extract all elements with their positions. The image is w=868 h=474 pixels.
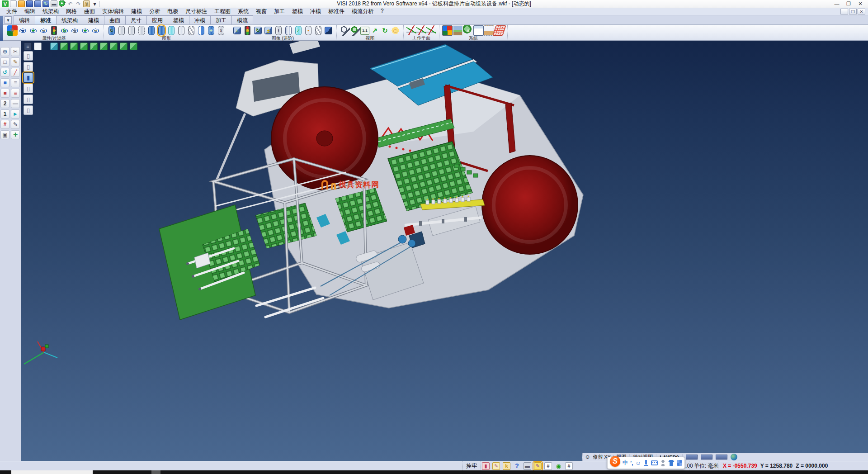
view-cube-3-icon[interactable] [80, 43, 88, 50]
menu-item-3[interactable]: 网格 [62, 8, 80, 15]
mdi-restore-button[interactable]: ❐ [849, 9, 857, 14]
add-shade-icon[interactable]: + [208, 26, 214, 35]
tab-flow[interactable]: 模流 [231, 15, 253, 24]
trim-tool-icon[interactable]: ╱ [11, 68, 20, 77]
scissors-icon[interactable]: ✂ [11, 47, 20, 56]
sogou-logo-icon[interactable]: S [610, 456, 620, 467]
image-settings-icon[interactable] [453, 25, 463, 36]
hide-all-icon[interactable]: − [90, 25, 101, 36]
shade-refresh-icon[interactable]: ↻ [108, 26, 115, 35]
viewport-blank-icon[interactable] [34, 43, 42, 50]
badge-cylinder-icon[interactable]: ▪ [305, 26, 311, 35]
menu-item-6[interactable]: 建模 [127, 8, 146, 15]
grid2-toggle-icon[interactable]: # [565, 462, 573, 470]
ime-skin-icon[interactable] [668, 460, 674, 466]
document-eye-icon[interactable] [18, 25, 28, 36]
striped-cylinder-icon[interactable] [285, 26, 292, 35]
tab-dimension[interactable]: 尺寸 [125, 15, 147, 24]
zoom-select-icon[interactable]: ⊙ [0, 47, 9, 56]
snap-toggle-icon[interactable]: ◉ [555, 462, 562, 470]
view-cube-1-icon[interactable] [60, 43, 68, 50]
ime-punct-icon[interactable]: ’, [630, 460, 633, 466]
lock-toggle[interactable]: 拴牢 [462, 461, 481, 470]
menu-item-12[interactable]: 视窗 [252, 8, 270, 15]
zoom-all-icon[interactable] [350, 25, 360, 36]
globe-icon[interactable] [731, 454, 737, 460]
history-icon[interactable]: ▣ [0, 130, 9, 139]
grid-toggle-icon[interactable]: # [544, 462, 552, 470]
print-icon[interactable]: ▬ [51, 0, 57, 7]
view-cube-cyan-icon[interactable] [50, 43, 58, 50]
hatched-cylinder-icon[interactable] [188, 26, 194, 35]
workplane-align-icon[interactable] [426, 25, 436, 35]
ime-toolbox-icon[interactable] [677, 460, 682, 466]
menu-item-10[interactable]: 工程图 [211, 8, 234, 15]
workplane-xyz-icon[interactable] [406, 25, 416, 35]
restore-button[interactable]: ❐ [843, 0, 854, 8]
notes-icon[interactable]: ✎ [11, 120, 20, 129]
toggle-visibility-icon[interactable]: ± [70, 25, 80, 36]
mixed-display-cylinder-icon[interactable] [198, 26, 204, 35]
view-cube-6-icon[interactable] [110, 43, 118, 50]
ime-emoji-icon[interactable]: ☺ [636, 460, 641, 466]
mdi-minimize-button[interactable]: — [840, 9, 848, 14]
solid-red-cube-icon[interactable]: ■ [0, 89, 9, 98]
stamp-sheet-icon[interactable]: ≡ [11, 89, 20, 98]
flat-cylinder-icon[interactable] [178, 26, 184, 35]
menu-item-9[interactable]: 尺寸标注 [182, 8, 211, 15]
save-icon[interactable] [26, 0, 33, 7]
tab-progress[interactable]: 冲模 [189, 15, 211, 24]
new-file-icon[interactable] [10, 0, 17, 7]
shaded-cylinder-icon[interactable] [148, 26, 155, 35]
menu-item-1[interactable]: 编辑 [21, 8, 39, 15]
ime-lang-icon[interactable]: 中 [623, 459, 628, 467]
tab-surface[interactable]: 曲面 [104, 15, 126, 24]
save-all-icon[interactable]: ↻ [42, 0, 49, 7]
menu-item-15[interactable]: 冲模 [307, 8, 325, 15]
refresh-images-icon[interactable]: ↻ [254, 27, 262, 34]
mdi-close-button[interactable]: ✕ [858, 9, 865, 14]
menu-item-0[interactable]: 文件 [3, 8, 21, 15]
show-all-icon[interactable]: + [80, 25, 90, 36]
menu-item-17[interactable]: 模流分析 [348, 8, 377, 15]
toggle-images-icon[interactable]: ± [264, 27, 272, 34]
line-tool-icon[interactable]: — [11, 99, 20, 108]
menu-item-7[interactable]: 分析 [146, 8, 164, 15]
tab-standard[interactable]: 标准 [35, 15, 57, 24]
toolbar-dropdown-icon[interactable]: ▼ [5, 16, 12, 24]
window-options-icon[interactable] [473, 25, 484, 36]
solid-cube-icon[interactable]: ■ [0, 78, 9, 87]
menu-item-2[interactable]: 线架构 [39, 8, 62, 15]
color-table-icon[interactable] [442, 25, 453, 36]
sync-icon[interactable]: § [83, 0, 90, 7]
shaded-edges-cylinder-icon[interactable] [158, 26, 165, 35]
zoom-view-icon[interactable] [340, 25, 350, 36]
transparent-cylinder-icon[interactable] [168, 26, 175, 35]
tab-application[interactable]: 应用 [146, 15, 168, 24]
ime-toolbar[interactable]: S中’,☺ [607, 457, 685, 469]
tab-machining[interactable]: 加工 [210, 15, 232, 24]
dashed-hidden-cylinder-icon[interactable] [138, 26, 145, 35]
ime-mic-icon[interactable] [643, 460, 649, 467]
redo-icon[interactable]: ↷ [75, 0, 82, 7]
grid-plane-icon[interactable] [492, 25, 506, 36]
one-view-icon[interactable]: 1 [0, 109, 9, 118]
pan-view-icon[interactable]: ↗ [369, 25, 380, 36]
menu-item-5[interactable]: 实体编辑 [99, 8, 127, 15]
tab-edit[interactable]: 编辑 [14, 15, 35, 24]
stamp-icon[interactable]: # [0, 120, 9, 129]
show-entity-icon[interactable]: + [28, 25, 38, 36]
open-file-icon[interactable] [18, 0, 25, 7]
display-filter-1[interactable]: ▯ [24, 51, 33, 61]
ime-keyboard-icon[interactable] [651, 460, 658, 465]
export-icon[interactable]: ✚ [11, 130, 20, 139]
filter-traffic-icon[interactable] [51, 26, 57, 35]
two-views-icon[interactable]: 2 [0, 99, 9, 108]
menu-item-4[interactable]: 曲面 [80, 8, 99, 15]
scale-1-1-icon[interactable]: 1:1 [360, 27, 369, 35]
hidden-line-cylinder-icon[interactable] [128, 26, 135, 35]
menu-item-14[interactable]: 塑模 [288, 8, 307, 15]
sheet-icon[interactable]: ≡ [11, 78, 20, 87]
viewport-menu-icon[interactable]: ≡ [24, 43, 32, 50]
rotate-view-icon[interactable]: ↻ [380, 25, 390, 36]
